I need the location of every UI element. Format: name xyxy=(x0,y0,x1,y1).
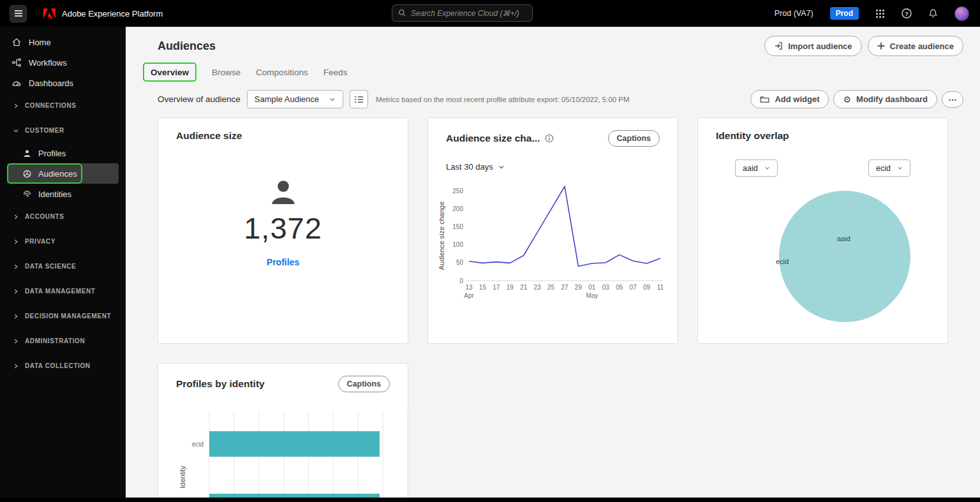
sidebar-item-audiences[interactable]: Audiences xyxy=(7,163,119,184)
sidebar-section-label: DATA MANAGEMENT xyxy=(25,288,95,295)
plus-icon xyxy=(877,42,885,50)
svg-text:17: 17 xyxy=(493,284,500,291)
global-search[interactable] xyxy=(392,4,533,22)
sidebar-section-connections[interactable]: CONNECTIONS xyxy=(0,93,126,118)
tab-compositions[interactable]: Compositions xyxy=(256,68,308,77)
audience-select-value: Sample Audience xyxy=(255,94,319,104)
user-avatar[interactable] xyxy=(954,6,969,21)
tab-overview[interactable]: Overview xyxy=(151,68,189,77)
date-range-dropdown[interactable]: Last 30 days xyxy=(446,162,505,172)
sidebar-item-dashboards[interactable]: Dashboards xyxy=(0,73,126,93)
widget-title: Audience size cha... xyxy=(446,133,540,144)
create-audience-button[interactable]: Create audience xyxy=(868,36,963,56)
search-input[interactable] xyxy=(411,9,526,18)
svg-text:Identity: Identity xyxy=(179,466,186,489)
sidebar-section-label: PRIVACY xyxy=(25,238,56,245)
sidebar-item-label: Profiles xyxy=(38,149,66,158)
sidebar-item-identities[interactable]: Identities xyxy=(0,184,126,204)
date-range-value: Last 30 days xyxy=(446,162,493,172)
import-audience-button[interactable]: Import audience xyxy=(764,36,861,56)
chevron-down-icon xyxy=(13,128,19,134)
modify-dashboard-button[interactable]: ⚙ Modify dashboard xyxy=(833,90,937,108)
prod-badge[interactable]: Prod xyxy=(830,7,859,20)
tab-feeds[interactable]: Feeds xyxy=(323,68,348,77)
chevron-right-icon xyxy=(13,263,19,270)
sidebar-section-decision-management[interactable]: DECISION MANAGEMENT xyxy=(0,304,126,329)
captions-button[interactable]: Captions xyxy=(338,376,390,392)
notifications-button[interactable] xyxy=(928,8,938,18)
audience-select-dropdown[interactable]: Sample Audience xyxy=(247,90,343,108)
bell-icon xyxy=(928,8,938,18)
audience-size-change-chart: 0501001502002501315171921232527290103050… xyxy=(436,182,672,313)
hamburger-menu-button[interactable] xyxy=(10,5,27,22)
add-widget-button[interactable]: Add widget xyxy=(750,90,829,108)
chevron-right-icon xyxy=(13,239,19,245)
chevron-down-icon xyxy=(897,165,903,171)
profiles-link[interactable]: Profiles xyxy=(267,257,299,267)
sidebar-section-accounts[interactable]: ACCOUNTS xyxy=(0,204,126,229)
svg-text:15: 15 xyxy=(479,284,487,291)
help-icon: ? xyxy=(902,8,912,18)
sidebar-section-label: DECISION MANAGEMENT xyxy=(25,313,111,320)
tab-browse[interactable]: Browse xyxy=(212,68,241,77)
svg-text:200: 200 xyxy=(452,205,463,212)
sidebar-section-privacy[interactable]: PRIVACY xyxy=(0,229,126,254)
sidebar: Home Workflows Dashboards CONNECTIONS CU… xyxy=(0,27,126,502)
overlap-right-identity-dropdown[interactable]: ecid xyxy=(868,159,910,177)
overview-of-audience-label: Overview of audience xyxy=(158,94,241,104)
svg-text:ecid: ecid xyxy=(192,441,204,448)
svg-text:11: 11 xyxy=(657,284,664,291)
sidebar-item-profiles[interactable]: Profiles xyxy=(0,143,126,163)
audience-detail-rail-button[interactable] xyxy=(350,90,368,108)
sidebar-section-data-management[interactable]: DATA MANAGEMENT xyxy=(0,279,126,304)
metrics-note: Metrics based on the most recent profile… xyxy=(376,96,630,103)
chevron-down-icon xyxy=(764,165,770,171)
svg-text:21: 21 xyxy=(520,284,528,291)
sidebar-item-workflows[interactable]: Workflows xyxy=(0,52,126,73)
folder-icon xyxy=(760,95,769,103)
sidebar-section-customer[interactable]: CUSTOMER xyxy=(0,118,126,143)
sidebar-section-administration[interactable]: ADMINISTRATION xyxy=(0,329,126,353)
app-title: Adobe Experience Platform xyxy=(62,9,163,18)
tab-bar: Overview Browse Compositions Feeds xyxy=(143,63,963,82)
svg-text:150: 150 xyxy=(452,223,463,230)
sidebar-item-home[interactable]: Home xyxy=(0,32,126,52)
sidebar-section-label: ACCOUNTS xyxy=(25,213,64,220)
venn-label-aaid: aaid xyxy=(837,235,850,242)
identities-icon xyxy=(22,189,32,199)
sidebar-item-label: Workflows xyxy=(29,58,67,68)
overlap-left-identity-dropdown[interactable]: aaid xyxy=(735,159,778,177)
widget-title: Identity overlap xyxy=(716,130,789,142)
dashboards-icon xyxy=(11,78,22,88)
audiences-icon xyxy=(22,169,32,179)
svg-text:25: 25 xyxy=(547,284,555,291)
sidebar-section-data-collection[interactable]: DATA COLLECTION xyxy=(0,353,126,378)
svg-text:01: 01 xyxy=(588,284,596,291)
app-switcher-button[interactable] xyxy=(875,9,885,18)
search-icon xyxy=(398,9,406,17)
sidebar-section-label: ADMINISTRATION xyxy=(25,337,85,344)
svg-text:29: 29 xyxy=(575,284,583,291)
svg-text:May: May xyxy=(586,292,598,299)
chevron-right-icon xyxy=(13,338,19,344)
profiles-icon xyxy=(22,149,32,158)
topbar: Adobe Experience Platform Prod (VA7) Pro… xyxy=(0,0,980,27)
add-widget-label: Add widget xyxy=(775,94,819,104)
home-icon xyxy=(11,37,22,47)
environment-label[interactable]: Prod (VA7) xyxy=(775,9,813,18)
identity-overlap-widget: Identity overlap aaid ecid aaid ecid xyxy=(697,117,948,344)
audience-size-widget: Audience size 1,372 Profiles xyxy=(158,117,408,344)
svg-text:13: 13 xyxy=(465,284,473,291)
sidebar-section-label: DATA SCIENCE xyxy=(25,263,76,270)
sidebar-item-label: Home xyxy=(29,38,51,47)
captions-button[interactable]: Captions xyxy=(608,130,660,147)
help-button[interactable]: ? xyxy=(902,8,912,18)
overlap-right-value: ecid xyxy=(876,164,891,173)
svg-text:0: 0 xyxy=(459,277,463,284)
venn-label-ecid: ecid xyxy=(776,258,789,265)
svg-text:27: 27 xyxy=(561,284,568,291)
chevron-right-icon xyxy=(13,103,19,109)
info-icon[interactable] xyxy=(545,134,554,143)
sidebar-section-data-science[interactable]: DATA SCIENCE xyxy=(0,254,126,279)
more-options-button[interactable]: … xyxy=(942,91,963,108)
